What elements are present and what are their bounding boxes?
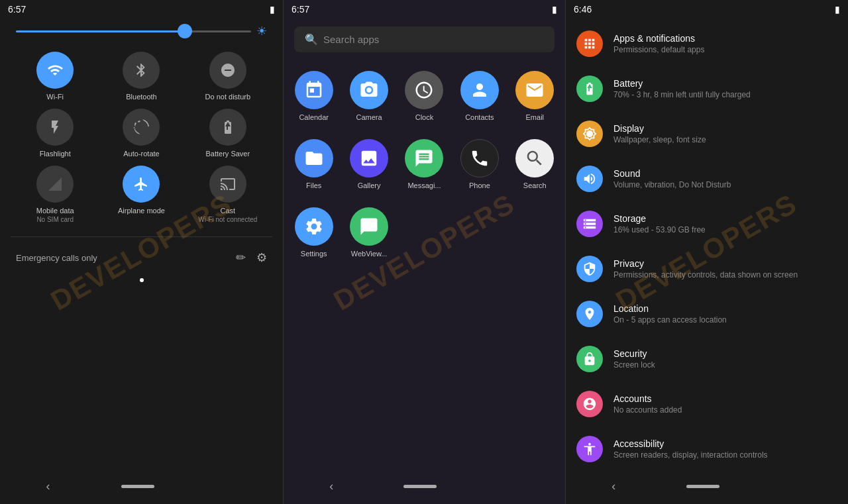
wifi-icon[interactable]: [36, 52, 74, 89]
app-clock[interactable]: Clock: [402, 71, 447, 128]
settings-app-label: Settings: [301, 250, 327, 258]
qs-tile-airplane[interactable]: Airplane mode: [102, 166, 180, 223]
apps-title: Apps & notifications: [613, 33, 837, 44]
dnd-icon[interactable]: [209, 52, 246, 89]
clock-label: Clock: [415, 113, 434, 121]
mobiledata-icon[interactable]: [36, 166, 74, 203]
battery-settings-icon: [576, 76, 603, 102]
bluetooth-icon[interactable]: [123, 52, 160, 89]
settings-item-display[interactable]: Display Wallpaper, sleep, font size: [566, 111, 848, 156]
quick-settings-panel: 6:57 ▮ ☀ Wi-Fi Bluet: [0, 0, 283, 504]
camera-label: Camera: [356, 113, 382, 121]
display-subtitle: Wallpaper, sleep, font size: [613, 135, 837, 144]
app-gallery[interactable]: Gallery: [346, 139, 391, 197]
back-button-2[interactable]: ‹: [329, 479, 333, 493]
app-settings[interactable]: Settings: [292, 207, 336, 265]
settings-item-storage[interactable]: Storage 16% used - 53.90 GB free: [566, 201, 848, 246]
dnd-label: Do not disturb: [205, 93, 250, 101]
status-bar-2: 6:57 ▮: [284, 0, 565, 19]
settings-panel: 6:46 ▮ Apps & notifications Permissions,…: [566, 0, 848, 504]
settings-item-battery[interactable]: Battery 70% - 3 hr, 8 min left until ful…: [566, 66, 848, 111]
phone-icon[interactable]: [460, 139, 499, 177]
bluetooth-label: Bluetooth: [126, 93, 156, 101]
emergency-row: Emergency calls only ✏ ⚙: [0, 242, 283, 273]
camera-icon[interactable]: [350, 71, 388, 109]
airplane-icon[interactable]: [123, 166, 160, 203]
settings-item-sound[interactable]: Sound Volume, vibration, Do Not Disturb: [566, 156, 848, 201]
webview-icon[interactable]: [350, 207, 388, 246]
search-app-icon[interactable]: [515, 139, 554, 177]
display-text: Display Wallpaper, sleep, font size: [613, 123, 837, 144]
settings-item-security[interactable]: Security Screen lock: [566, 336, 848, 381]
back-button-1[interactable]: ‹: [46, 479, 50, 493]
app-files[interactable]: Files: [292, 139, 336, 197]
brightness-thumb[interactable]: [178, 24, 192, 38]
flashlight-icon[interactable]: [36, 109, 74, 146]
edit-icon[interactable]: ✏: [236, 250, 246, 265]
apps-text: Apps & notifications Permissions, defaul…: [613, 33, 837, 54]
brightness-icon[interactable]: ☀: [256, 24, 267, 38]
privacy-icon: [576, 256, 603, 282]
storage-icon: [576, 211, 603, 237]
back-button-3[interactable]: ‹: [611, 479, 615, 493]
time-3: 6:46: [574, 4, 592, 15]
search-bar[interactable]: 🔍 Search apps: [294, 26, 555, 52]
settings-item-accessibility[interactable]: Accessibility Screen readers, display, i…: [566, 427, 848, 469]
app-search[interactable]: Search: [513, 139, 557, 197]
qs-tile-flashlight[interactable]: Flashlight: [16, 109, 94, 158]
qs-tile-mobiledata[interactable]: Mobile data No SIM card: [16, 166, 94, 223]
contacts-icon[interactable]: [460, 71, 499, 109]
accounts-text: Accounts No accounts added: [613, 393, 837, 415]
accessibility-text: Accessibility Screen readers, display, i…: [613, 438, 837, 460]
qs-tile-cast[interactable]: Cast Wi-Fi not connected: [189, 166, 267, 223]
autorotate-label: Auto-rotate: [123, 150, 159, 158]
search-placeholder: Search apps: [323, 34, 379, 45]
brightness-slider[interactable]: [16, 30, 251, 32]
batterysaver-icon[interactable]: [209, 109, 246, 146]
brightness-row[interactable]: ☀: [0, 19, 283, 44]
app-email[interactable]: Email: [513, 71, 557, 128]
phone-label: Phone: [469, 181, 490, 189]
settings-item-apps[interactable]: Apps & notifications Permissions, defaul…: [566, 21, 848, 66]
messaging-icon[interactable]: [405, 139, 443, 177]
storage-subtitle: 16% used - 53.90 GB free: [613, 225, 837, 234]
battery-subtitle: 70% - 3 hr, 8 min left until fully charg…: [613, 90, 837, 99]
clock-app-icon[interactable]: [405, 71, 443, 109]
qs-tile-wifi[interactable]: Wi-Fi: [16, 52, 94, 101]
files-icon[interactable]: [295, 139, 333, 177]
divider-1: [11, 236, 272, 237]
qs-tile-bluetooth[interactable]: Bluetooth: [102, 52, 180, 101]
settings-item-accounts[interactable]: Accounts No accounts added: [566, 381, 848, 427]
settings-item-location[interactable]: Location On - 5 apps can access location: [566, 291, 848, 336]
location-text: Location On - 5 apps can access location: [613, 303, 837, 325]
dot-indicator: [0, 273, 283, 287]
cast-icon[interactable]: [209, 166, 246, 203]
app-webview[interactable]: WebView...: [346, 207, 391, 265]
battery-text: Battery 70% - 3 hr, 8 min left until ful…: [613, 78, 837, 99]
settings-item-privacy[interactable]: Privacy Permissions, activity controls, …: [566, 246, 848, 291]
settings-icon[interactable]: ⚙: [256, 250, 267, 265]
flashlight-label: Flashlight: [40, 150, 71, 158]
qs-tile-batterysaver[interactable]: Battery Saver: [189, 109, 267, 158]
calendar-icon[interactable]: [295, 71, 333, 109]
home-button-1[interactable]: [121, 485, 154, 488]
emergency-text: Emergency calls only: [16, 253, 97, 263]
gallery-icon[interactable]: [350, 139, 388, 177]
email-icon[interactable]: [515, 71, 554, 109]
nav-bar-3: ‹: [566, 469, 848, 504]
app-contacts[interactable]: Contacts: [457, 71, 502, 128]
home-button-2[interactable]: [403, 485, 437, 488]
app-calendar[interactable]: Calendar: [292, 71, 336, 128]
app-messaging[interactable]: Messagi...: [402, 139, 447, 197]
qs-tile-dnd[interactable]: Do not disturb: [189, 52, 267, 101]
nav-bar-1: ‹: [0, 469, 283, 504]
qs-tile-autorotate[interactable]: Auto-rotate: [102, 109, 180, 158]
cast-label: Cast: [221, 207, 236, 215]
app-camera[interactable]: Camera: [346, 71, 391, 128]
app-phone[interactable]: Phone: [457, 139, 502, 197]
batterysaver-label: Battery Saver: [206, 150, 250, 158]
status-icons-1: ▮: [270, 4, 275, 15]
home-button-3[interactable]: [686, 485, 719, 488]
settings-app-icon[interactable]: [295, 207, 333, 246]
autorotate-icon[interactable]: [123, 109, 160, 146]
